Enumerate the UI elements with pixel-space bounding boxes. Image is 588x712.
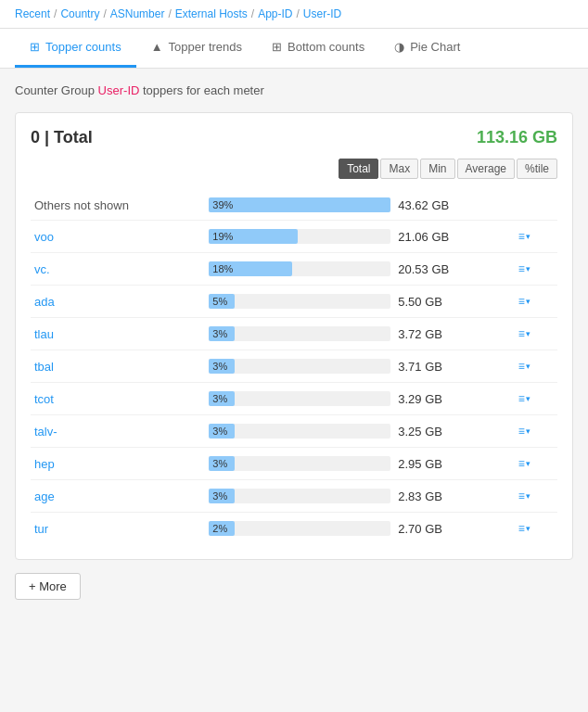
breadcrumb-country[interactable]: Country bbox=[60, 7, 99, 20]
row-action[interactable]: ≡▾ bbox=[511, 448, 557, 480]
metric-max-btn[interactable]: Max bbox=[380, 159, 418, 179]
menu-icon: ≡ bbox=[518, 392, 525, 405]
tab-topper-counts[interactable]: ⊞ Topper counts bbox=[15, 29, 136, 68]
row-menu-button[interactable]: ≡▾ bbox=[515, 520, 534, 537]
dropdown-icon: ▾ bbox=[526, 394, 530, 403]
row-menu-button[interactable]: ≡▾ bbox=[515, 228, 534, 245]
table-row: voo 19% 21.06 GB ≡▾ bbox=[31, 221, 557, 253]
row-label[interactable]: ada bbox=[31, 286, 205, 318]
breadcrumb-user-id[interactable]: User-ID bbox=[303, 7, 341, 20]
menu-icon: ≡ bbox=[518, 522, 525, 535]
row-value: 5.50 GB bbox=[394, 286, 511, 318]
menu-icon: ≡ bbox=[518, 327, 525, 340]
bar-label: 3% bbox=[212, 490, 227, 502]
tab-pie-chart[interactable]: ◑ Pie Chart bbox=[379, 29, 475, 68]
metric-min-btn[interactable]: Min bbox=[420, 159, 454, 179]
row-action[interactable]: ≡▾ bbox=[511, 286, 557, 318]
menu-icon: ≡ bbox=[518, 457, 525, 470]
row-menu-button[interactable]: ≡▾ bbox=[515, 390, 534, 407]
bar-fill: 3% bbox=[209, 391, 235, 406]
dropdown-icon: ▾ bbox=[526, 297, 530, 306]
grid-icon: ⊞ bbox=[30, 40, 40, 54]
row-action[interactable]: ≡▾ bbox=[511, 350, 557, 383]
table-row: age 3% 2.83 GB ≡▾ bbox=[31, 480, 557, 513]
row-action[interactable]: ≡▾ bbox=[511, 480, 557, 513]
more-button[interactable]: + More bbox=[15, 573, 81, 600]
breadcrumb-sep-5: / bbox=[297, 7, 300, 20]
breadcrumb-sep-4: / bbox=[251, 7, 254, 20]
row-value: 2.70 GB bbox=[394, 513, 511, 545]
breadcrumb-external-hosts[interactable]: External Hosts bbox=[175, 7, 248, 20]
dropdown-icon: ▾ bbox=[526, 491, 530, 501]
card-title: 0 | Total bbox=[31, 128, 93, 147]
dropdown-icon: ▾ bbox=[526, 264, 530, 273]
row-label[interactable]: tlau bbox=[31, 318, 205, 350]
table-row: talv- 3% 3.25 GB ≡▾ bbox=[31, 415, 557, 448]
row-value: 2.83 GB bbox=[394, 480, 511, 513]
bar-cell: 3% bbox=[205, 448, 394, 480]
breadcrumb-asnumber[interactable]: ASNumber bbox=[110, 7, 165, 20]
row-action[interactable]: ≡▾ bbox=[511, 318, 557, 350]
bar-background: 19% bbox=[209, 229, 390, 244]
row-label[interactable]: talv- bbox=[31, 415, 205, 448]
row-action[interactable]: ≡▾ bbox=[511, 415, 557, 448]
row-label[interactable]: vc. bbox=[31, 253, 205, 286]
bar-background: 3% bbox=[209, 326, 390, 341]
row-value: 3.72 GB bbox=[394, 318, 511, 350]
bar-cell: 2% bbox=[205, 513, 394, 545]
breadcrumb-app-id[interactable]: App-ID bbox=[258, 7, 292, 20]
row-label[interactable]: tbal bbox=[31, 350, 205, 383]
dropdown-icon: ▾ bbox=[526, 362, 530, 371]
tab-topper-trends[interactable]: ▲ Topper trends bbox=[136, 29, 257, 68]
tab-bottom-counts[interactable]: ⊞ Bottom counts bbox=[257, 29, 379, 68]
bar-background: 5% bbox=[209, 294, 390, 309]
card-total: 113.16 GB bbox=[477, 128, 557, 147]
row-menu-button[interactable]: ≡▾ bbox=[515, 358, 534, 375]
bar-background: 3% bbox=[209, 359, 390, 374]
row-menu-button[interactable]: ≡▾ bbox=[515, 455, 534, 472]
trends-icon: ▲ bbox=[151, 40, 163, 54]
bar-fill: 18% bbox=[209, 261, 292, 276]
row-label[interactable]: tcot bbox=[31, 383, 205, 415]
table-row: hep 3% 2.95 GB ≡▾ bbox=[31, 448, 557, 480]
bar-fill: 3% bbox=[209, 326, 235, 341]
row-label[interactable]: hep bbox=[31, 448, 205, 480]
bar-label: 5% bbox=[212, 296, 227, 307]
table-row: tcot 3% 3.29 GB ≡▾ bbox=[31, 383, 557, 415]
row-menu-button[interactable]: ≡▾ bbox=[515, 325, 534, 342]
table-row: ada 5% 5.50 GB ≡▾ bbox=[31, 286, 557, 318]
breadcrumb-recent[interactable]: Recent bbox=[15, 7, 50, 20]
menu-icon: ≡ bbox=[518, 295, 525, 308]
menu-icon: ≡ bbox=[518, 490, 525, 502]
row-menu-button[interactable]: ≡▾ bbox=[515, 293, 534, 310]
bar-fill: 39% bbox=[209, 197, 390, 212]
row-menu-button[interactable]: ≡▾ bbox=[515, 423, 534, 439]
row-label[interactable]: voo bbox=[31, 221, 205, 253]
dropdown-icon: ▾ bbox=[526, 426, 530, 436]
breadcrumb-sep-2: / bbox=[103, 7, 106, 20]
row-menu-button[interactable]: ≡▾ bbox=[515, 261, 534, 277]
data-card: 0 | Total 113.16 GB Total Max Min Averag… bbox=[15, 112, 573, 560]
menu-icon: ≡ bbox=[518, 262, 525, 275]
metric-total-btn[interactable]: Total bbox=[339, 159, 378, 179]
bar-cell: 18% bbox=[205, 253, 394, 286]
metric-average-btn[interactable]: Average bbox=[457, 159, 515, 179]
row-value: 3.29 GB bbox=[394, 383, 511, 415]
menu-icon: ≡ bbox=[518, 360, 525, 373]
table-row: Others not shown 39% 43.62 GB bbox=[31, 190, 557, 221]
row-action[interactable]: ≡▾ bbox=[511, 253, 557, 286]
row-action[interactable]: ≡▾ bbox=[511, 513, 557, 545]
row-action[interactable]: ≡▾ bbox=[511, 221, 557, 253]
row-action[interactable]: ≡▾ bbox=[511, 383, 557, 415]
menu-icon: ≡ bbox=[518, 425, 525, 438]
grid2-icon: ⊞ bbox=[272, 40, 282, 54]
row-label[interactable]: age bbox=[31, 480, 205, 513]
row-label[interactable]: tur bbox=[31, 513, 205, 545]
row-label: Others not shown bbox=[31, 190, 205, 221]
bar-label: 3% bbox=[212, 393, 227, 404]
row-menu-button[interactable]: ≡▾ bbox=[515, 488, 534, 504]
metric-pctile-btn[interactable]: %tile bbox=[517, 159, 557, 179]
dropdown-icon: ▾ bbox=[526, 329, 530, 338]
bar-background: 3% bbox=[209, 456, 390, 471]
subtitle: Counter Group User-ID toppers for each m… bbox=[15, 83, 573, 97]
